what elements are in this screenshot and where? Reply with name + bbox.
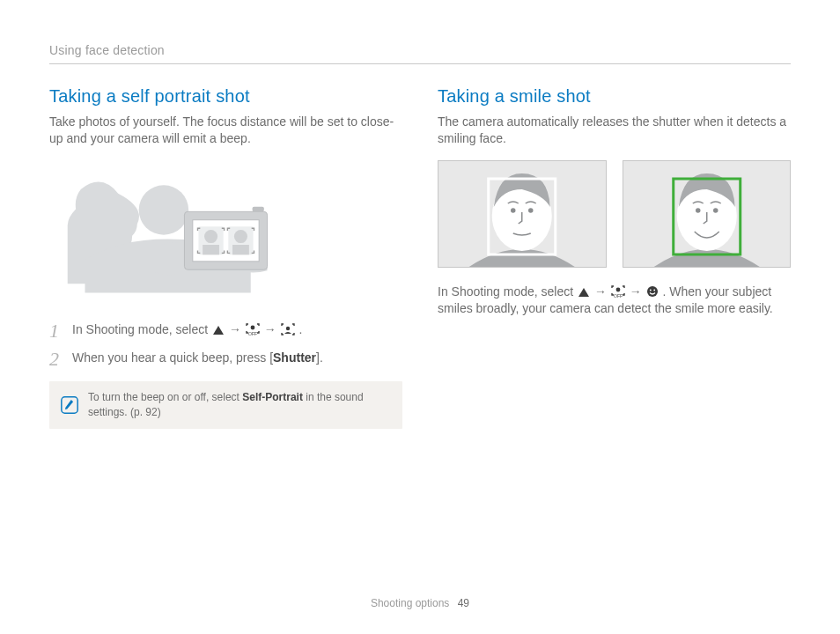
left-heading: Taking a self portrait shot [49,84,402,108]
svg-point-5 [204,230,217,243]
left-column: Taking a self portrait shot Take photos … [49,84,402,429]
svg-point-10 [250,326,254,330]
step-item: 2 When you hear a quick beep, press [Shu… [49,350,402,369]
svg-rect-9 [253,206,264,211]
svg-point-24 [615,287,620,291]
arrow-icon: → [264,322,276,336]
arrow-icon: → [630,284,642,299]
svg-point-28 [653,289,655,291]
step-body: In Shooting mode, select → OFF → [72,321,402,339]
face-example-neutral [438,160,607,268]
tip-text: To turn the beep on or off, select Self-… [88,390,392,420]
svg-point-0 [139,185,188,234]
arrow-icon: → [594,284,607,299]
step-number: 1 [49,321,62,341]
svg-point-21 [696,209,699,212]
right-heading: Taking a smile shot [438,84,791,108]
svg-rect-7 [203,245,219,254]
step2-pre: When you hear a quick beep, press [ [72,350,273,365]
page-number: 49 [458,597,469,609]
step1-post: . [298,322,302,336]
step-number: 2 [49,350,62,369]
note-icon [60,395,79,415]
svg-point-6 [234,230,247,243]
step2-post: ]. [316,350,323,365]
step-list: 1 In Shooting mode, select → OFF [49,321,402,369]
svg-rect-8 [232,245,249,254]
tip-box: To turn the beep on or off, select Self-… [49,381,402,429]
svg-point-22 [713,209,717,212]
up-triangle-icon [212,325,225,335]
step2-bold: Shutter [273,350,316,365]
step-body: When you hear a quick beep, press [Shutt… [72,350,402,367]
page-footer: Shooting options 49 [0,596,840,611]
svg-point-12 [285,327,289,330]
svg-point-16 [512,209,515,212]
up-triangle-icon [578,287,590,298]
smile-mode-icon [646,285,659,298]
tip-bold: Self-Portrait [242,391,303,403]
self-portrait-illustration [49,160,402,301]
tip-pre: To turn the beep on or off, select [88,391,242,403]
face-detect-off-icon: OFF [611,285,625,298]
face-example-smile [623,160,792,268]
two-column-layout: Taking a self portrait shot Take photos … [49,84,791,429]
instr-pre: In Shooting mode, select [438,284,577,299]
svg-point-26 [647,286,658,297]
step1-pre: In Shooting mode, select [72,322,211,336]
step-item: 1 In Shooting mode, select → OFF [49,321,402,341]
footer-label: Shooting options [371,597,449,609]
right-instruction: In Shooting mode, select → OFF → . When … [438,284,791,318]
svg-point-27 [649,289,651,291]
left-lead: Take photos of yourself. The focus dista… [49,114,402,148]
section-title: Using face detection [49,43,165,57]
face-example-row [438,160,791,268]
svg-text:OFF: OFF [614,293,623,298]
self-portrait-mode-icon [281,323,295,335]
face-detect-off-icon: OFF [246,323,260,335]
right-lead: The camera automatically releases the sh… [438,114,791,148]
right-column: Taking a smile shot The camera automatic… [438,84,791,429]
svg-point-17 [529,209,533,212]
svg-text:OFF: OFF [248,331,257,335]
section-header: Using face detection [49,42,791,64]
arrow-icon: → [229,322,241,336]
